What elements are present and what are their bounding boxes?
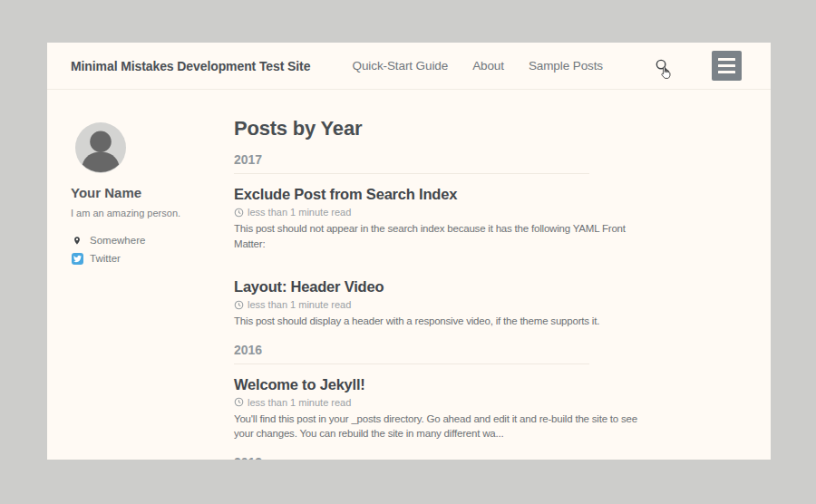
- post-excerpt: This post should not appear in the searc…: [234, 221, 651, 251]
- read-time: less than 1 minute read: [248, 397, 351, 408]
- page-title: Posts by Year: [234, 117, 771, 141]
- post-title-link[interactable]: Layout: Header Video: [234, 276, 771, 296]
- clock-icon: [234, 208, 244, 218]
- post-entry: Welcome to Jekyll! less than 1 minute re…: [234, 374, 771, 441]
- site-title-link[interactable]: Minimal Mistakes Development Test Site: [71, 59, 310, 73]
- search-button-area: [655, 57, 673, 75]
- masthead: Minimal Mistakes Development Test Site Q…: [47, 43, 771, 90]
- post-excerpt: This post should display a header with a…: [234, 314, 651, 329]
- year-heading: 2016: [234, 343, 589, 364]
- author-location: Somewhere: [71, 231, 201, 249]
- read-time: less than 1 minute read: [248, 299, 351, 310]
- post-entry: Exclude Post from Search Index less than…: [234, 184, 771, 251]
- year-section-2017: 2017 Exclude Post from Search Index less…: [234, 152, 771, 329]
- author-bio: I am an amazing person.: [71, 208, 201, 218]
- author-name: Your Name: [71, 185, 201, 200]
- year-section-2013: 2013: [234, 455, 771, 460]
- year-heading: 2017: [234, 152, 589, 174]
- archive-main: Posts by Year 2017 Exclude Post from Sea…: [210, 90, 771, 460]
- post-meta: less than 1 minute read: [234, 207, 771, 218]
- location-pin-icon: [71, 235, 83, 247]
- masthead-nav: Quick-Start Guide About Sample Posts: [353, 51, 742, 81]
- avatar: [75, 122, 126, 173]
- hamburger-bar: [718, 58, 735, 62]
- content-row: Your Name I am an amazing person. Somewh…: [47, 90, 771, 460]
- hamburger-menu-button[interactable]: [712, 51, 742, 81]
- author-sidebar: Your Name I am an amazing person. Somewh…: [47, 90, 210, 460]
- read-time: less than 1 minute read: [248, 207, 351, 218]
- author-links: Somewhere Twitter: [71, 231, 201, 267]
- hamburger-bar: [718, 64, 735, 68]
- post-title-link[interactable]: Welcome to Jekyll!: [234, 374, 771, 394]
- author-twitter-link[interactable]: Twitter: [71, 249, 201, 267]
- post-meta: less than 1 minute read: [234, 299, 771, 310]
- nav-link-about[interactable]: About: [472, 59, 504, 73]
- twitter-icon: [71, 253, 83, 265]
- post-meta: less than 1 minute read: [234, 397, 771, 408]
- nav-link-quick-start-guide[interactable]: Quick-Start Guide: [353, 59, 449, 73]
- post-excerpt: You'll find this post in your _posts dir…: [234, 412, 651, 441]
- author-twitter-label: Twitter: [90, 253, 121, 264]
- clock-icon: [234, 397, 244, 407]
- year-section-2016: 2016 Welcome to Jekyll! less than 1 minu…: [234, 343, 771, 441]
- page-card: Minimal Mistakes Development Test Site Q…: [47, 43, 771, 460]
- year-heading: 2013: [234, 455, 589, 460]
- search-icon[interactable]: [655, 58, 670, 77]
- post-title-link[interactable]: Exclude Post from Search Index: [234, 184, 771, 204]
- person-silhouette-icon: [75, 122, 126, 173]
- clock-icon: [234, 300, 244, 310]
- nav-link-sample-posts[interactable]: Sample Posts: [529, 59, 603, 73]
- post-entry: Layout: Header Video less than 1 minute …: [234, 276, 771, 329]
- hamburger-bar: [718, 71, 735, 74]
- author-location-label: Somewhere: [90, 235, 145, 246]
